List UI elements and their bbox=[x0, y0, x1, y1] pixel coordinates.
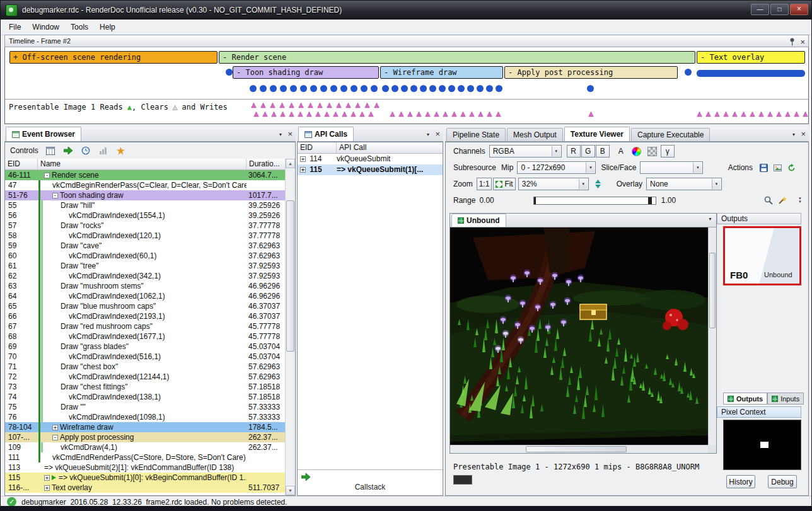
expander-plus-icon[interactable]: + bbox=[44, 475, 50, 481]
range-black-point-handle[interactable] bbox=[534, 197, 536, 204]
event-row-71[interactable]: 71Draw "chest box"57.62963 bbox=[5, 362, 286, 372]
slice-face-dropdown[interactable]: ▼ bbox=[640, 161, 703, 174]
api-call-row-115[interactable]: + 115=> vkQueueSubmit(1)[... bbox=[298, 164, 443, 175]
scroll-thumb[interactable] bbox=[286, 200, 294, 352]
event-row-76[interactable]: 76vkCmdDrawIndexed(1098,1)57.33333 bbox=[5, 412, 286, 422]
fit-button[interactable]: Fit bbox=[493, 178, 515, 190]
event-row-68[interactable]: 68vkCmdDrawIndexed(1677,1)45.77778 bbox=[5, 331, 286, 342]
timeline-draw-dot[interactable] bbox=[280, 85, 287, 92]
stats-button[interactable] bbox=[98, 145, 109, 156]
expander-minus-icon[interactable]: - bbox=[44, 173, 50, 178]
tab-api-calls[interactable]: API Calls bbox=[298, 127, 354, 141]
pixel-context-view[interactable] bbox=[723, 420, 801, 470]
menu-window[interactable]: Window bbox=[26, 20, 65, 34]
dock-dropdown-icon[interactable]: ▼ bbox=[791, 132, 796, 137]
combo-arrow-icon[interactable]: ▼ bbox=[693, 163, 702, 173]
timeline-draw-dot[interactable] bbox=[439, 85, 446, 92]
timeline-draw-dot[interactable] bbox=[260, 85, 267, 92]
column-header-duration[interactable]: Duratio... bbox=[246, 159, 286, 169]
time-durations-button[interactable] bbox=[80, 145, 91, 156]
combo-arrow-icon[interactable]: ▼ bbox=[586, 163, 594, 173]
timeline-submit-dot[interactable] bbox=[685, 69, 692, 76]
timeline-draw-dot[interactable] bbox=[486, 85, 493, 92]
scroll-up-icon[interactable]: ▲ bbox=[286, 159, 295, 168]
column-header-eid[interactable]: EID bbox=[5, 159, 38, 169]
event-row-111[interactable]: 111vkCmdEndRenderPass(C=Store, D=Store, … bbox=[5, 452, 286, 462]
zoom-1to1-button[interactable]: 1:1 bbox=[477, 178, 492, 190]
event-row-69[interactable]: 69Draw "grass blades"45.03704 bbox=[5, 342, 286, 352]
event-row-66[interactable]: 66vkCmdDrawIndexed(2193,1)46.37037 bbox=[5, 311, 286, 321]
timeline-draw-dot[interactable] bbox=[250, 85, 257, 92]
timeline-marker-bar[interactable]: - Wireframe draw bbox=[380, 66, 503, 79]
channel-green-button[interactable]: G bbox=[581, 145, 595, 158]
save-texture-button[interactable] bbox=[757, 161, 770, 174]
debug-button[interactable]: Debug bbox=[768, 475, 797, 488]
bookmark-button[interactable] bbox=[115, 145, 127, 156]
gamma-button[interactable]: γ bbox=[661, 145, 675, 158]
dock-close-icon[interactable]: × bbox=[435, 130, 440, 138]
combo-arrow-icon[interactable]: ▼ bbox=[552, 146, 560, 156]
timeline-draw-dot[interactable] bbox=[401, 85, 408, 92]
timeline-draw-dot[interactable] bbox=[361, 85, 368, 92]
mip-dropdown[interactable]: 0 - 1272x690 ▼ bbox=[517, 161, 596, 174]
tab-unbound-texture[interactable]: Unbound bbox=[451, 214, 506, 227]
open-texture-list-button[interactable] bbox=[770, 161, 784, 174]
timeline-close-icon[interactable]: × bbox=[800, 38, 805, 46]
event-row-107-[interactable]: 107-...-Apply post processing262.37... bbox=[5, 432, 286, 442]
timeline-submit-dot[interactable] bbox=[226, 69, 233, 76]
api-call-row-114[interactable]: + 114vkQueueSubmit bbox=[298, 154, 443, 164]
overlay-dropdown[interactable]: None ▼ bbox=[646, 178, 722, 190]
timeline-marker-bar[interactable]: - Render scene bbox=[219, 51, 695, 64]
column-header-name[interactable]: Name bbox=[38, 159, 246, 169]
tab-pipeline-state[interactable]: Pipeline State bbox=[446, 128, 506, 141]
timeline-draw-dot[interactable] bbox=[382, 85, 389, 92]
timeline-draw-dot[interactable] bbox=[496, 85, 502, 92]
zoom-range-button[interactable] bbox=[762, 194, 775, 207]
maximize-button[interactable]: □ bbox=[770, 4, 789, 15]
event-row-59[interactable]: 59Draw "cave"37.62963 bbox=[5, 241, 286, 251]
timeline-draw-dot[interactable] bbox=[340, 85, 347, 92]
event-row-78-104[interactable]: 78-104+Wireframe draw1784.5... bbox=[5, 422, 286, 432]
timeline-draw-dot[interactable] bbox=[290, 85, 297, 92]
refresh-button[interactable] bbox=[784, 161, 798, 174]
event-row-46-111[interactable]: 46-111-Render scene3064.7... bbox=[5, 170, 286, 180]
event-row-58[interactable]: 58vkCmdDrawIndexed(120,1)37.77778 bbox=[5, 231, 286, 241]
event-row-61[interactable]: 61Draw "tree"37.92593 bbox=[5, 261, 286, 271]
range-slider[interactable] bbox=[533, 197, 656, 205]
column-header-api-call[interactable]: API Call bbox=[337, 142, 443, 153]
timeline-marker-bar[interactable]: - Apply post processing bbox=[504, 66, 678, 79]
event-row-67[interactable]: 67Draw "red mushroom caps"45.77778 bbox=[5, 321, 286, 331]
timeline-draw-dot[interactable] bbox=[330, 85, 337, 92]
expander-plus-icon[interactable]: + bbox=[300, 167, 306, 173]
timeline-draw-dot[interactable] bbox=[587, 85, 594, 92]
tab-mesh-output[interactable]: Mesh Output bbox=[507, 128, 563, 141]
timeline-draw-dot[interactable] bbox=[458, 85, 465, 92]
dock-dropdown-icon[interactable]: ▼ bbox=[278, 132, 282, 137]
event-row-72[interactable]: 72vkCmdDrawIndexed(12144,1)57.62963 bbox=[5, 372, 286, 382]
event-row-55[interactable]: 55Draw "hill"39.25926 bbox=[5, 200, 286, 210]
texture-horizontal-scrollbar[interactable] bbox=[450, 445, 708, 453]
minimize-button[interactable]: — bbox=[751, 4, 769, 15]
event-row-64[interactable]: 64vkCmdDrawIndexed(1062,1)46.96296 bbox=[5, 291, 286, 301]
expander-plus-icon[interactable]: + bbox=[300, 156, 306, 162]
background-checker-button[interactable] bbox=[645, 145, 659, 158]
timeline-draw-dot[interactable] bbox=[371, 85, 378, 92]
scroll-down-icon[interactable]: ▼ bbox=[286, 486, 295, 495]
dock-close-icon[interactable]: × bbox=[801, 130, 806, 138]
texture-vertical-scrollbar[interactable] bbox=[708, 227, 716, 445]
menu-file[interactable]: File bbox=[3, 20, 26, 34]
event-row-57[interactable]: 57Draw "rocks"37.77778 bbox=[5, 221, 286, 231]
channels-dropdown[interactable]: RGBA ▼ bbox=[489, 145, 562, 158]
column-header-eid[interactable]: EID bbox=[298, 142, 337, 153]
dock-dropdown-icon[interactable]: ▼ bbox=[426, 132, 430, 137]
timeline-content[interactable]: Presentable Image 1 Reads ▲, Clears ▲ an… bbox=[4, 47, 809, 124]
timeline-draw-dot[interactable] bbox=[310, 85, 317, 92]
tab-inputs[interactable]: Inputs bbox=[767, 393, 804, 405]
event-row-74[interactable]: 74vkCmdDrawIndexed(138,1)57.18518 bbox=[5, 392, 286, 402]
expander-minus-icon[interactable]: - bbox=[52, 435, 58, 440]
channel-alpha-button[interactable]: A bbox=[614, 145, 628, 158]
timeline-marker-bar[interactable]: - Text overlay bbox=[697, 51, 805, 64]
event-row-115[interactable]: 115+=> vkQueueSubmit(1)[0]: vkBeginComma… bbox=[5, 473, 286, 483]
tab-texture-viewer[interactable]: Texture Viewer bbox=[564, 127, 630, 141]
event-row-75[interactable]: 75Draw ""57.33333 bbox=[5, 402, 286, 412]
